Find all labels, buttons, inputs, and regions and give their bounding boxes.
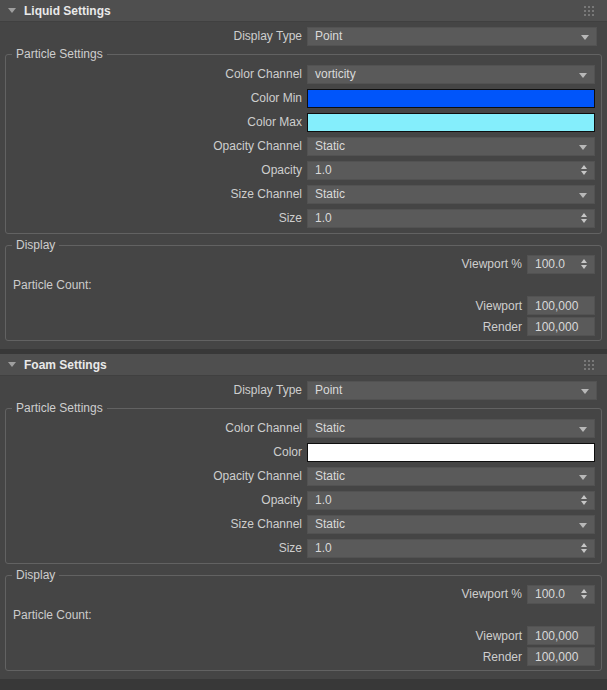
viewport-count-field[interactable]: 100,000 [527, 626, 595, 645]
collapse-arrow-icon[interactable] [8, 8, 16, 13]
collapse-arrow-icon[interactable] [8, 362, 16, 367]
display-type-label: Display Type [0, 383, 307, 397]
color-label: Color [6, 445, 307, 459]
dropdown-arrow-icon [581, 35, 589, 40]
rollout-body-liquid: Display Type Point Particle Settings Col… [0, 22, 607, 349]
spinner-up-button[interactable] [581, 543, 587, 547]
color-channel-dropdown[interactable]: vorticity [307, 65, 595, 84]
size-label: Size [6, 541, 307, 555]
viewport-count-row: Viewport 100,000 [6, 295, 601, 316]
viewport-count-label: Viewport [6, 299, 527, 313]
render-count-field[interactable]: 100,000 [527, 317, 595, 336]
size-spinner[interactable]: 1.0 [307, 209, 595, 228]
opacity-spinner[interactable]: 1.0 [307, 161, 595, 180]
opacity-label: Opacity [6, 493, 307, 507]
particle-settings-group-label: Particle Settings [12, 401, 107, 415]
opacity-channel-label: Opacity Channel [6, 139, 307, 153]
rollout-liquid-settings: Liquid Settings Display Type Point Parti… [0, 0, 607, 349]
spinner-down-button[interactable] [581, 549, 587, 553]
opacity-row: Opacity 1.0 [6, 488, 601, 512]
color-channel-row: Color Channel vorticity [6, 62, 601, 86]
viewport-count-label: Viewport [6, 629, 527, 643]
display-type-dropdown[interactable]: Point [307, 27, 597, 46]
opacity-channel-row: Opacity Channel Static [6, 464, 601, 488]
spinner-up-button[interactable] [581, 495, 587, 499]
spinner-down-button[interactable] [581, 501, 587, 505]
dropdown-arrow-icon [579, 145, 587, 150]
spinner-down-button[interactable] [581, 265, 587, 269]
spinner-up-button[interactable] [581, 213, 587, 217]
particle-count-label: Particle Count: [13, 608, 92, 622]
spinner-down-button[interactable] [581, 219, 587, 223]
particle-count-row: Particle Count: [6, 275, 601, 295]
rollout-title-liquid: Liquid Settings [24, 4, 111, 18]
size-channel-dropdown[interactable]: Static [307, 185, 595, 204]
size-channel-row: Size Channel Static [6, 182, 601, 206]
particle-settings-group: Particle Settings Color Channel Static C… [5, 408, 602, 564]
particle-count-row: Particle Count: [6, 605, 601, 625]
color-row: Color [6, 440, 601, 464]
drag-handle-icon[interactable] [584, 360, 594, 370]
fluid-settings-panel: Liquid Settings Display Type Point Parti… [0, 0, 607, 690]
rollout-header-liquid[interactable]: Liquid Settings [0, 0, 607, 22]
render-count-label: Render [6, 320, 527, 334]
render-count-field[interactable]: 100,000 [527, 647, 595, 666]
opacity-channel-dropdown[interactable]: Static [307, 467, 595, 486]
display-type-row: Display Type Point [0, 24, 607, 48]
color-channel-label: Color Channel [6, 67, 307, 81]
opacity-channel-dropdown[interactable]: Static [307, 137, 595, 156]
dropdown-arrow-icon [579, 475, 587, 480]
opacity-spinner[interactable]: 1.0 [307, 491, 595, 510]
color-channel-label: Color Channel [6, 421, 307, 435]
dropdown-arrow-icon [581, 389, 589, 394]
particle-count-label: Particle Count: [13, 278, 92, 292]
size-channel-row: Size Channel Static [6, 512, 601, 536]
viewport-pct-value: 100.0 [535, 257, 565, 271]
render-count-row: Render 100,000 [6, 316, 601, 337]
display-group-label: Display [12, 568, 59, 582]
spinner-down-button[interactable] [581, 171, 587, 175]
dropdown-arrow-icon [579, 523, 587, 528]
display-type-value: Point [315, 383, 342, 397]
opacity-label: Opacity [6, 163, 307, 177]
viewport-pct-spinner[interactable]: 100.0 [527, 255, 595, 274]
viewport-pct-value: 100.0 [535, 587, 565, 601]
spinner-up-button[interactable] [581, 165, 587, 169]
color-min-row: Color Min [6, 86, 601, 110]
opacity-channel-value: Static [315, 139, 345, 153]
render-count-label: Render [6, 650, 527, 664]
color-swatch[interactable] [307, 443, 595, 462]
size-channel-value: Static [315, 517, 345, 531]
color-channel-value: vorticity [315, 67, 356, 81]
opacity-value: 1.0 [315, 493, 332, 507]
spinner-up-button[interactable] [581, 589, 587, 593]
spinner-down-button[interactable] [581, 595, 587, 599]
size-row: Size 1.0 [6, 206, 601, 230]
render-count-row: Render 100,000 [6, 646, 601, 667]
color-channel-dropdown[interactable]: Static [307, 419, 595, 438]
display-type-dropdown[interactable]: Point [307, 381, 597, 400]
size-channel-label: Size Channel [6, 517, 307, 531]
size-channel-dropdown[interactable]: Static [307, 515, 595, 534]
viewport-pct-spinner[interactable]: 100.0 [527, 585, 595, 604]
color-max-swatch[interactable] [307, 113, 595, 132]
dropdown-arrow-icon [579, 73, 587, 78]
spinner-up-button[interactable] [581, 259, 587, 263]
size-label: Size [6, 211, 307, 225]
display-group: Display Viewport % 100.0 Particle Count: [5, 245, 602, 341]
viewport-pct-label: Viewport % [6, 587, 527, 601]
display-type-label: Display Type [0, 29, 307, 43]
size-row: Size 1.0 [6, 536, 601, 560]
render-count-value: 100,000 [535, 650, 578, 664]
viewport-count-field[interactable]: 100,000 [527, 296, 595, 315]
rollout-foam-settings: Foam Settings Display Type Point Particl… [0, 354, 607, 679]
color-channel-row: Color Channel Static [6, 416, 601, 440]
opacity-channel-label: Opacity Channel [6, 469, 307, 483]
color-min-swatch[interactable] [307, 89, 595, 108]
opacity-row: Opacity 1.0 [6, 158, 601, 182]
size-spinner[interactable]: 1.0 [307, 539, 595, 558]
color-max-row: Color Max [6, 110, 601, 134]
drag-handle-icon[interactable] [584, 6, 594, 16]
rollout-header-foam[interactable]: Foam Settings [0, 354, 607, 376]
display-group: Display Viewport % 100.0 Particle Count: [5, 575, 602, 671]
